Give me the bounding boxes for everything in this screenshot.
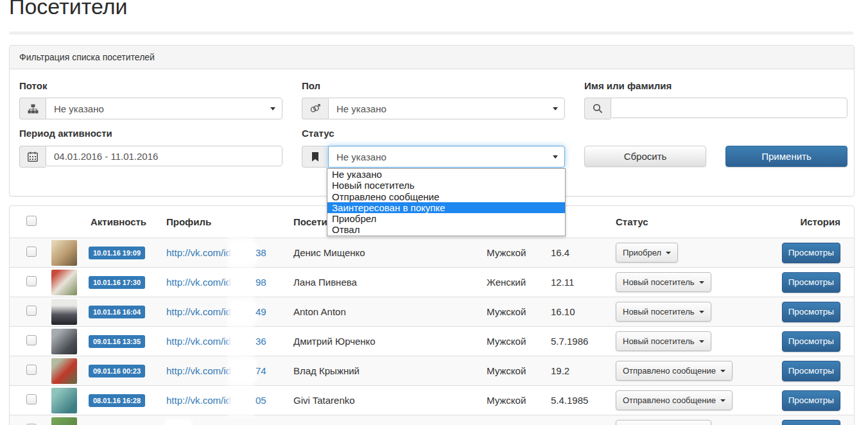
status-dropdown-label: Новый посетитель — [623, 277, 695, 287]
row-checkbox[interactable] — [26, 335, 37, 345]
status-option[interactable]: Не указано — [327, 169, 565, 180]
visitor-gender — [482, 415, 543, 425]
views-button[interactable]: Просмотры — [782, 420, 840, 425]
status-dropdown-button[interactable]: Новый посетитель — [616, 420, 711, 425]
profile-link-prefix: http://vk.com/id — [166, 395, 231, 406]
visitor-name: Лана Пивнева — [293, 268, 482, 297]
avatar — [51, 417, 77, 425]
visitor-gender: Мужской — [482, 327, 543, 356]
profile-link-prefix: http://vk.com/id — [166, 247, 231, 258]
views-button[interactable]: Просмотры — [782, 390, 840, 411]
status-option[interactable]: Отправлено сообщение — [327, 191, 565, 202]
visitor-name: Givi Tatarenko — [293, 386, 482, 415]
status-option[interactable]: Новый посетитель — [327, 180, 565, 191]
avatar — [51, 358, 77, 384]
profile-link-prefix: http://vk.com/id — [166, 277, 231, 288]
gender-select-text: Не указано — [336, 103, 386, 114]
table-row: 10.01.16 16:04 http://vk.com/id49 Anton … — [10, 297, 854, 327]
visitor-name: Влад Крыжний — [293, 356, 482, 386]
status-dropdown-button[interactable]: Новый посетитель — [616, 331, 711, 351]
period-group — [19, 146, 282, 168]
caret-down-icon — [720, 399, 725, 402]
visitor-name — [293, 415, 482, 425]
avatar — [51, 299, 77, 325]
status-option[interactable]: Отвал — [327, 224, 565, 235]
table-row: 09.01.16 00:23 http://vk.com/id74 Влад К… — [10, 356, 854, 386]
status-label: Статус — [302, 128, 334, 139]
status-dropdown-button[interactable]: Отправлено сообщение — [616, 390, 733, 410]
status-column-header: Статус — [611, 206, 774, 238]
status-dropdown-label: Новый посетитель — [623, 307, 695, 317]
apply-button[interactable]: Применить — [725, 146, 847, 167]
profile-link-suffix: 36 — [256, 336, 266, 347]
table-row: 08.01.16 16:28 http://vk.com/id05 Givi T… — [10, 386, 854, 415]
visitor-name: Anton Anton — [293, 297, 482, 327]
visitor-birthday: 16.10 — [543, 297, 611, 327]
activity-badge: 10.01.16 17:30 — [89, 276, 145, 289]
views-button[interactable]: Просмотры — [782, 272, 840, 293]
profile-link-suffix: 38 — [256, 247, 266, 258]
filter-buttons: Сбросить Применить — [584, 146, 847, 167]
gender-label: Пол — [302, 80, 320, 91]
status-dropdown-label: Отправлено сообщение — [623, 366, 716, 376]
row-checkbox[interactable] — [26, 306, 37, 316]
row-checkbox[interactable] — [26, 365, 37, 375]
profile-column-header: Профиль — [164, 206, 293, 238]
search-icon — [584, 98, 611, 119]
privacy-blur — [166, 421, 191, 425]
table-row: 09.01.16 13:35 http://vk.com/id36 Дмитри… — [10, 327, 854, 356]
status-dropdown-button[interactable]: Отправлено сообщение — [616, 361, 733, 381]
status-options-dropdown: Не указано Новый посетитель Отправлено с… — [327, 168, 566, 236]
status-dropdown-button[interactable]: Приобрел — [616, 243, 678, 263]
status-dropdown-label: Новый посетитель — [623, 336, 695, 346]
row-checkbox[interactable] — [26, 394, 37, 404]
visitor-birthday: 12.11 — [543, 268, 611, 297]
row-checkbox[interactable] — [26, 247, 37, 257]
profile-link-suffix: 98 — [256, 277, 266, 288]
status-option[interactable]: Приобрел — [327, 213, 565, 224]
caret-down-icon — [666, 252, 671, 254]
visitor-gender: Мужской — [482, 238, 543, 268]
stream-select[interactable]: Не указано — [19, 98, 282, 119]
period-label: Период активности — [19, 128, 112, 139]
visitor-gender: Мужской — [482, 386, 543, 415]
activity-badge: 09.01.16 13:35 — [89, 335, 145, 348]
title-divider — [9, 31, 853, 35]
views-button[interactable]: Просмотры — [782, 361, 840, 381]
views-button[interactable]: Просмотры — [782, 302, 840, 322]
status-option-highlighted[interactable]: Заинтересован в покупке — [327, 202, 565, 213]
visitor-name: Дмитрий Юрченко — [293, 327, 482, 356]
visitors-table: Активность Профиль Посетитель Пол ДР Ста… — [10, 206, 854, 425]
reset-button[interactable]: Сбросить — [584, 146, 706, 167]
status-select[interactable]: Не указано — [302, 146, 565, 168]
views-button[interactable]: Просмотры — [782, 331, 840, 352]
caret-down-icon — [720, 370, 725, 372]
stream-label: Поток — [19, 80, 47, 91]
row-checkbox[interactable] — [26, 276, 37, 286]
name-search-label: Имя или фамилия — [584, 80, 672, 91]
name-search-input[interactable] — [611, 98, 847, 118]
select-all-checkbox[interactable] — [26, 216, 37, 226]
status-select-value[interactable]: Не указано — [328, 146, 565, 168]
visitor-name: Денис Мищенко — [293, 238, 482, 268]
gender-select-value[interactable]: Не указано — [328, 98, 565, 119]
profile-link-prefix: http://vk.com/id — [166, 336, 231, 347]
period-input[interactable] — [46, 146, 282, 166]
visitor-birthday: 5.7.1986 — [543, 327, 611, 356]
bookmark-icon — [302, 146, 328, 168]
status-dropdown-button[interactable]: Новый посетитель — [616, 302, 711, 322]
status-dropdown-button[interactable]: Новый посетитель — [616, 272, 711, 292]
visitor-gender: Женский — [482, 268, 543, 297]
gender-select[interactable]: Не указано — [302, 98, 565, 119]
visitor-gender: Мужской — [482, 356, 543, 386]
stream-select-value[interactable]: Не указано — [46, 98, 282, 119]
avatar-column-header — [49, 206, 82, 238]
caret-down-icon — [699, 311, 704, 313]
name-search-group — [584, 98, 847, 119]
avatar — [51, 329, 77, 354]
profile-link-prefix: http://vk.com/id — [166, 306, 231, 317]
activity-badge: 10.01.16 19:09 — [89, 247, 145, 259]
profile-link[interactable] — [166, 421, 292, 425]
views-button[interactable]: Просмотры — [782, 243, 840, 263]
history-column-header: История — [774, 206, 854, 238]
